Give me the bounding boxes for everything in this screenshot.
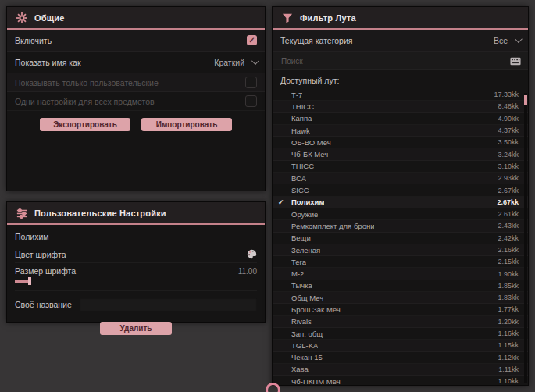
list-item[interactable]: Зеленая2.16kk xyxy=(273,244,528,256)
export-button[interactable]: Экспортировать xyxy=(40,118,130,131)
loot-list: Т-717.33kkTHICC8.48kkКаппа4.90kkHawk4.37… xyxy=(273,89,528,387)
enable-checkbox[interactable]: ✓ xyxy=(247,35,257,45)
item-name: ОБ-ВО Меч xyxy=(291,138,331,147)
gear-icon xyxy=(16,12,27,23)
item-name: Тычка xyxy=(291,281,312,290)
font-color-row: Цвет шрифта xyxy=(15,246,257,263)
item-name: Вещи xyxy=(291,233,311,242)
search-input[interactable] xyxy=(280,56,510,66)
general-settings-panel: Общие Включить ✓ Показать имя как Кратки… xyxy=(6,6,266,191)
only-custom-row: Показывать только пользовательские xyxy=(7,73,265,92)
loot-panel-header: Фильтр Лута xyxy=(273,7,528,30)
list-item[interactable]: Вещи2.42kk xyxy=(273,233,528,244)
list-item[interactable]: Чекан 151.12kk xyxy=(273,352,528,364)
list-item[interactable]: Хава1.11kk xyxy=(273,364,528,376)
item-value: 8.48kk xyxy=(498,102,519,110)
same-settings-row: Одни настройки для всех предметов xyxy=(7,92,265,111)
loot-panel-title: Фильтр Лута xyxy=(300,13,356,23)
available-loot-label: Доступный лут: xyxy=(273,70,528,89)
list-item[interactable]: Зап. общ1.16kk xyxy=(273,328,528,340)
item-name: TGL-KA xyxy=(291,341,318,350)
list-item[interactable]: Каппа4.90kk xyxy=(273,113,528,125)
category-label: Текущая категория xyxy=(280,36,353,45)
custom-name-input[interactable] xyxy=(80,298,257,311)
item-value: 1.77kk xyxy=(498,305,519,313)
loot-filter-panel: Фильтр Лута Текущая категория Все Доступ… xyxy=(272,6,529,386)
same-settings-label: Одни настройки для всех предметов xyxy=(15,97,155,106)
list-item[interactable]: М-21.90kk xyxy=(273,268,528,280)
item-name: SICC xyxy=(291,186,309,194)
keyboard-icon[interactable] xyxy=(510,57,521,66)
item-name: Полихим xyxy=(291,198,324,206)
item-name: Чб-БК Меч xyxy=(291,150,328,159)
list-item[interactable]: Тычка1.85kk xyxy=(273,280,528,292)
show-name-as-value: Краткий xyxy=(214,58,244,67)
custom-name-row: Своё название xyxy=(15,290,257,314)
list-item[interactable]: Ремкомплект для брони2.43kk xyxy=(273,220,528,232)
custom-panel-header: Пользовательские Настройки xyxy=(7,202,265,225)
item-name: Брош Зак Меч xyxy=(291,305,341,314)
font-size-slider[interactable] xyxy=(15,276,257,286)
item-name: Rivals xyxy=(291,317,312,326)
import-button[interactable]: Импортировать xyxy=(141,118,232,131)
font-color-label: Цвет шрифта xyxy=(15,250,66,259)
list-item[interactable]: Общ Меч1.83kk xyxy=(273,292,528,304)
category-dropdown[interactable]: Все xyxy=(494,36,520,45)
font-size-row: Размер шрифта 11.00 xyxy=(15,263,257,286)
custom-settings-panel: Пользовательские Настройки Полихим Цвет … xyxy=(6,201,266,323)
list-item[interactable]: ✓Полихим2.67kk xyxy=(273,197,528,208)
chevron-down-icon xyxy=(515,35,523,43)
scrollbar[interactable] xyxy=(524,93,527,383)
item-value: 2.61kk xyxy=(498,210,519,218)
list-item[interactable]: Чб-ПКПМ Меч1.10kk xyxy=(273,376,528,387)
item-value: 1.16kk xyxy=(498,330,519,337)
item-name: Чб-ПКПМ Меч xyxy=(291,377,341,386)
item-name: ВСА xyxy=(291,174,306,183)
item-name: Ремкомплект для брони xyxy=(291,222,374,230)
item-name: Тега xyxy=(291,258,306,266)
item-value: 2.67kk xyxy=(498,187,519,194)
category-value: Все xyxy=(494,36,508,45)
list-item[interactable]: THICC3.10kk xyxy=(273,161,528,173)
only-custom-checkbox[interactable] xyxy=(245,77,257,88)
list-item[interactable]: THICC8.48kk xyxy=(273,101,528,112)
item-name: THICC xyxy=(291,102,314,111)
item-value: 1.90kk xyxy=(498,270,519,278)
item-value: 2.67kk xyxy=(497,198,519,206)
font-size-value: 11.00 xyxy=(238,267,257,276)
item-name: М-2 xyxy=(291,269,304,278)
list-item[interactable]: SICC2.67kk xyxy=(273,184,528,196)
list-item[interactable]: Брош Зак Меч1.77kk xyxy=(273,304,528,315)
list-item[interactable]: ВСА2.93kk xyxy=(273,173,528,184)
show-name-as-dropdown[interactable]: Краткий xyxy=(214,58,257,67)
item-name: Чекан 15 xyxy=(291,353,323,362)
chevron-down-icon xyxy=(251,57,259,65)
delete-button[interactable]: Удалить xyxy=(100,322,172,335)
mouse-cursor xyxy=(266,383,280,392)
item-value: 1.20kk xyxy=(498,318,519,326)
item-name: Зап. общ xyxy=(291,330,323,338)
list-item[interactable]: Hawk4.37kk xyxy=(273,125,528,137)
item-name: THICC xyxy=(291,162,314,170)
item-value: 1.11kk xyxy=(498,365,519,373)
scrollbar-thumb[interactable] xyxy=(524,95,527,105)
category-row: Текущая категория Все xyxy=(273,30,528,52)
item-name: Хава xyxy=(291,365,309,373)
show-name-as-row: Показать имя как Краткий xyxy=(7,52,265,73)
list-item[interactable]: Тега2.15kk xyxy=(273,256,528,268)
list-item[interactable]: Оружие2.61kk xyxy=(273,208,528,220)
item-name: Т-7 xyxy=(291,91,302,99)
list-item[interactable]: Чб-БК Меч3.24kk xyxy=(273,148,528,160)
item-value: 2.42kk xyxy=(498,234,519,242)
list-item[interactable]: ОБ-ВО Меч3.50kk xyxy=(273,137,528,148)
same-settings-checkbox[interactable] xyxy=(245,95,257,107)
palette-icon[interactable] xyxy=(247,249,257,259)
slider-thumb[interactable] xyxy=(28,277,31,285)
list-item[interactable]: Rivals1.20kk xyxy=(273,316,528,328)
sliders-icon xyxy=(16,208,27,219)
list-item[interactable]: Т-717.33kk xyxy=(273,89,528,101)
show-name-as-label: Показать имя как xyxy=(15,58,81,67)
list-item[interactable]: TGL-KA1.15kk xyxy=(273,340,528,351)
search-row xyxy=(273,52,528,70)
only-custom-label: Показывать только пользовательские xyxy=(15,78,159,87)
